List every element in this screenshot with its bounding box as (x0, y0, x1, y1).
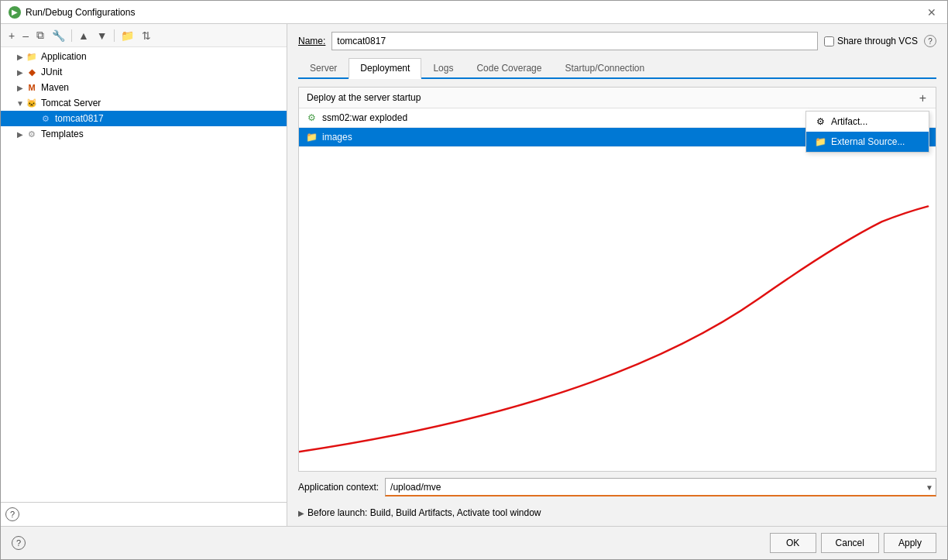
wrench-config-button[interactable]: 🔧 (49, 28, 68, 43)
external-source-menu-icon: 📁 (814, 136, 826, 148)
tab-deployment[interactable]: Deployment (349, 58, 421, 79)
dropdown-item-external-source[interactable]: 📁 External Source... (806, 132, 929, 152)
deploy-section: Deploy at the server startup + ⚙ ssm02:w… (298, 87, 936, 472)
tab-logs[interactable]: Logs (421, 58, 465, 79)
artifact-icon-ssm02: ⚙ (305, 112, 318, 124)
deploy-header: Deploy at the server startup (299, 88, 936, 108)
sidebar-item-maven[interactable]: ▶ M Maven (1, 80, 287, 95)
run-debug-dialog: ▶ Run/Debug Configurations ✕ + – ⧉ 🔧 ▲ ▼… (0, 0, 948, 560)
footer-help-button[interactable]: ? (12, 536, 26, 550)
tomcat-icon: 🐱 (26, 97, 38, 109)
tabs-container: Server Deployment Logs Code Coverage Sta… (298, 58, 936, 79)
sidebar-bottom: ? (1, 502, 287, 526)
dialog-footer: ? OK Cancel Apply (1, 526, 947, 559)
tab-code-coverage[interactable]: Code Coverage (465, 58, 553, 79)
sidebar-tree: ▶ 📁 Application ▶ ◆ JUnit ▶ M Maven (1, 47, 287, 502)
sidebar-item-label-templates: Templates (41, 129, 84, 139)
tab-startup-connection[interactable]: Startup/Connection (553, 58, 656, 79)
sidebar-item-label-junit: JUnit (41, 67, 62, 77)
separator (71, 29, 72, 42)
arrow-application: ▶ (15, 53, 26, 61)
arrow-junit: ▶ (15, 68, 26, 77)
sidebar: + – ⧉ 🔧 ▲ ▼ 📁 ⇅ ▶ 📁 Application (1, 24, 287, 526)
right-panel: Name: Share through VCS ? Server Deploym… (287, 24, 947, 526)
title-bar-left: ▶ Run/Debug Configurations (9, 6, 135, 19)
dropdown-menu: ⚙ Artifact... 📁 External Source... (805, 111, 929, 153)
remove-config-button[interactable]: – (19, 28, 32, 43)
dialog-title: Run/Debug Configurations (26, 7, 135, 18)
add-artifact-button[interactable]: + (916, 92, 929, 105)
copy-config-button[interactable]: ⧉ (33, 27, 47, 43)
template-icon: ⚙ (26, 128, 38, 140)
dropdown-label-artifact: Artifact... (831, 116, 867, 127)
artifact-label-images: images (322, 132, 352, 143)
arrow-templates: ▶ (15, 130, 26, 139)
share-help-icon[interactable]: ? (924, 35, 936, 47)
arrow-maven: ▶ (15, 84, 26, 92)
cancel-button[interactable]: Cancel (821, 533, 879, 553)
before-launch-arrow-icon: ▶ (298, 509, 304, 517)
up-config-button[interactable]: ▲ (75, 28, 92, 43)
folder-config-button[interactable]: 📁 (118, 28, 137, 43)
sidebar-item-tomcat0817[interactable]: ⚙ tomcat0817 (1, 111, 287, 126)
help-button[interactable]: ? (5, 507, 19, 521)
sidebar-item-tomcat[interactable]: ▼ 🐱 Tomcat Server (1, 95, 287, 111)
artifact-icon-images: 📁 (305, 131, 318, 143)
sidebar-item-label-tomcat0817: tomcat0817 (55, 113, 104, 124)
folder-icon: 📁 (26, 50, 38, 63)
context-dropdown-arrow-icon[interactable]: ▼ (926, 483, 933, 492)
context-row: Application context: ▼ (298, 478, 936, 496)
context-input[interactable] (385, 478, 936, 496)
name-row: Name: Share through VCS ? (298, 32, 936, 50)
maven-icon: M (26, 81, 38, 94)
sidebar-item-application[interactable]: ▶ 📁 Application (1, 49, 287, 64)
before-launch-header[interactable]: ▶ Before launch: Build, Build Artifacts,… (298, 507, 936, 518)
sidebar-item-label-application: Application (41, 51, 87, 62)
ok-button[interactable]: OK (770, 533, 816, 553)
sidebar-toolbar: + – ⧉ 🔧 ▲ ▼ 📁 ⇅ (1, 24, 287, 47)
before-launch-label: Before launch: Build, Build Artifacts, A… (307, 507, 541, 518)
name-input[interactable] (331, 32, 818, 50)
context-input-wrap: ▼ (385, 478, 936, 496)
name-label: Name: (298, 36, 325, 46)
tab-server[interactable]: Server (298, 58, 349, 79)
sidebar-item-templates[interactable]: ▶ ⚙ Templates (1, 126, 287, 142)
title-bar: ▶ Run/Debug Configurations ✕ (1, 1, 947, 24)
dropdown-label-external-source: External Source... (831, 136, 905, 147)
input-section: Deploy at the server startup + ⚙ ssm02:w… (298, 87, 936, 496)
dropdown-item-artifact[interactable]: ⚙ Artifact... (806, 112, 929, 132)
dialog-icon: ▶ (9, 6, 21, 19)
share-vcs-label: Share through VCS (837, 36, 918, 46)
artifact-menu-icon: ⚙ (814, 115, 826, 128)
context-label: Application context: (298, 482, 379, 493)
share-vcs-checkbox[interactable]: Share through VCS (824, 36, 918, 46)
close-button[interactable]: ✕ (924, 5, 939, 20)
sidebar-item-label-tomcat: Tomcat Server (41, 98, 101, 108)
add-config-button[interactable]: + (5, 28, 18, 43)
artifact-label-ssm02: ssm02:war exploded (322, 112, 407, 123)
share-vcs-check[interactable] (824, 36, 834, 46)
junit-icon: ◆ (26, 66, 38, 78)
sort-config-button[interactable]: ⇅ (139, 28, 154, 43)
down-config-button[interactable]: ▼ (94, 28, 111, 43)
arrow-tomcat: ▼ (15, 99, 26, 108)
apply-button[interactable]: Apply (884, 533, 936, 553)
before-launch: ▶ Before launch: Build, Build Artifacts,… (298, 507, 936, 518)
separator2 (114, 29, 115, 42)
config-icon: ⚙ (40, 112, 52, 125)
sidebar-item-junit[interactable]: ▶ ◆ JUnit (1, 64, 287, 80)
main-content: + – ⧉ 🔧 ▲ ▼ 📁 ⇅ ▶ 📁 Application (1, 24, 947, 526)
sidebar-item-label-maven: Maven (41, 82, 69, 93)
